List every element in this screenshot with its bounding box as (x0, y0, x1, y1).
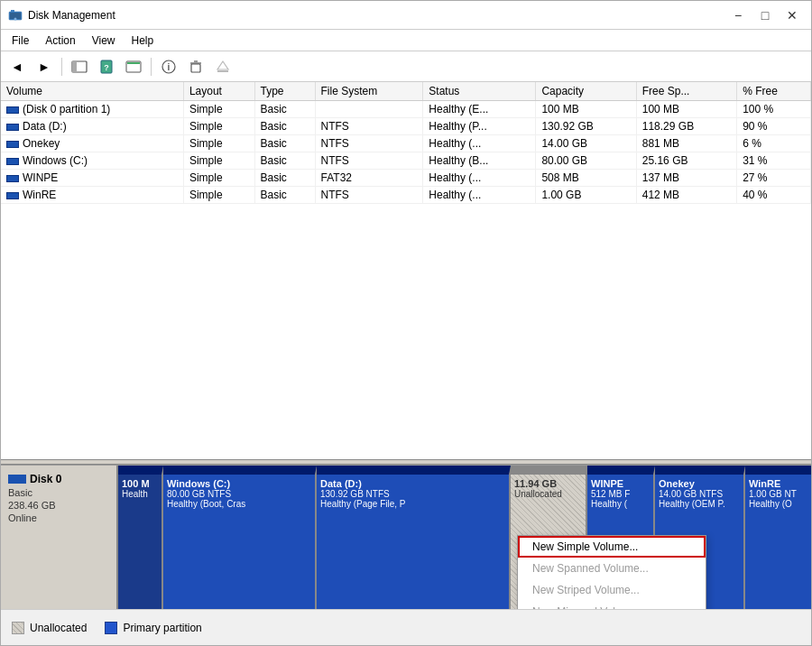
col-volume: Volume (1, 82, 183, 101)
partition-size-p1: 100 M (122, 478, 158, 489)
cell-layout: Simple (183, 118, 254, 135)
disk-type: Basic (8, 487, 109, 498)
cell-type: Basic (254, 170, 315, 187)
cell-free: 25.16 GB (636, 152, 736, 170)
cell-layout: Simple (183, 135, 254, 152)
menu-view[interactable]: View (85, 32, 123, 49)
table-row[interactable]: Windows (C:) Simple Basic NTFS Healthy (… (1, 152, 811, 170)
cell-fs: NTFS (315, 135, 423, 152)
svg-rect-5 (72, 61, 77, 72)
vol-icon (6, 175, 19, 182)
table-section: Volume Layout Type File System Status Ca… (1, 82, 811, 459)
cell-free: 100 MB (636, 101, 736, 118)
table-row[interactable]: Data (D:) Simple Basic NTFS Healthy (P..… (1, 118, 811, 135)
cell-volume: Onekey (1, 135, 183, 152)
partition-status-p2: Healthy (Boot, Cras (167, 499, 311, 509)
partition-size-p2: Windows (C:) (167, 478, 311, 489)
cell-capacity: 100 MB (536, 101, 636, 118)
partition-p1[interactable]: 100 M Health (118, 466, 163, 609)
disk-name: Disk 0 (8, 473, 109, 485)
cell-pct: 31 % (737, 152, 811, 170)
app-icon (8, 8, 23, 23)
cell-type: Basic (254, 152, 315, 170)
disk-status: Online (8, 512, 109, 523)
col-type: Type (254, 82, 315, 101)
back-button[interactable]: ◄ (5, 55, 30, 78)
svg-text:i: i (168, 62, 171, 72)
help-book-button[interactable]: ? (94, 55, 119, 78)
close-button[interactable]: ✕ (780, 5, 804, 25)
maximize-button[interactable]: □ (753, 5, 777, 25)
partition-status-p5: Healthy ( (591, 499, 650, 509)
cell-free: 881 MB (636, 135, 736, 152)
disk-icon (8, 475, 26, 484)
cell-status: Healthy (... (423, 135, 536, 152)
ctx-item-new-spanned: New Spanned Volume... (518, 558, 706, 579)
legend-primary: Primary partition (105, 622, 201, 634)
partition-p2[interactable]: Windows (C:) 80.00 GB NTFS Healthy (Boot… (163, 466, 317, 609)
partition-fs-p7: 1.00 GB NT (749, 489, 807, 499)
content-area: Volume Layout Type File System Status Ca… (1, 82, 811, 609)
vol-icon (6, 141, 19, 148)
lower-section: Disk 0 Basic 238.46 GB Online 100 M Heal… (1, 465, 811, 609)
show-hide-button[interactable] (67, 55, 92, 78)
cell-status: Healthy (B... (423, 152, 536, 170)
svg-rect-12 (191, 64, 200, 72)
svg-rect-3 (11, 10, 14, 12)
console-button[interactable] (121, 55, 146, 78)
vol-icon (6, 192, 19, 199)
window-title: Disk Management (28, 9, 115, 22)
table-row[interactable]: WinRE Simple Basic NTFS Healthy (... 1.0… (1, 187, 811, 204)
svg-rect-9 (127, 62, 140, 64)
menu-file[interactable]: File (5, 32, 36, 49)
cell-pct: 40 % (737, 187, 811, 204)
svg-marker-15 (217, 61, 228, 69)
cell-fs (315, 101, 423, 118)
properties2-button[interactable]: i (156, 55, 181, 78)
delete-button[interactable] (183, 55, 208, 78)
legend-primary-label: Primary partition (123, 622, 201, 634)
partition-p7[interactable]: WinRE 1.00 GB NT Healthy (O (745, 466, 811, 609)
cell-volume: WinRE (1, 187, 183, 204)
cell-volume: Windows (C:) (1, 152, 183, 170)
ctx-item-new-mirrored: New Mirrored Volume... (518, 601, 706, 609)
partition-status-p3: Healthy (Page File, P (320, 499, 505, 509)
table-row[interactable]: Onekey Simple Basic NTFS Healthy (... 14… (1, 135, 811, 152)
cell-capacity: 1.00 GB (536, 187, 636, 204)
cell-volume: WINPE (1, 170, 183, 187)
forward-button[interactable]: ► (32, 55, 57, 78)
partition-status-p7: Healthy (O (749, 499, 807, 509)
vol-icon (6, 124, 19, 131)
menu-bar: File Action View Help (1, 30, 811, 51)
cell-volume: Data (D:) (1, 118, 183, 135)
cell-status: Healthy (P... (423, 118, 536, 135)
partition-p3[interactable]: Data (D:) 130.92 GB NTFS Healthy (Page F… (317, 466, 511, 609)
cell-capacity: 130.92 GB (536, 118, 636, 135)
vol-icon (6, 158, 19, 165)
legend-bar: Unallocated Primary partition (1, 609, 811, 645)
cell-fs: NTFS (315, 187, 423, 204)
cell-capacity: 80.00 GB (536, 152, 636, 170)
cell-status: Healthy (... (423, 187, 536, 204)
disabled-button[interactable] (210, 55, 235, 78)
cell-pct: 90 % (737, 118, 811, 135)
partition-size-p5: WINPE (591, 478, 650, 489)
table-row[interactable]: WINPE Simple Basic FAT32 Healthy (... 50… (1, 170, 811, 187)
cell-free: 412 MB (636, 187, 736, 204)
menu-action[interactable]: Action (38, 32, 82, 49)
ctx-item-new-simple[interactable]: New Simple Volume... (518, 536, 706, 558)
disk-size: 238.46 GB (8, 500, 109, 511)
col-fs: File System (315, 82, 423, 101)
cell-fs: FAT32 (315, 170, 423, 187)
partition-size-p4: 11.94 GB (514, 478, 582, 489)
cell-layout: Simple (183, 101, 254, 118)
table-row[interactable]: (Disk 0 partition 1) Simple Basic Health… (1, 101, 811, 118)
menu-help[interactable]: Help (125, 32, 161, 49)
cell-capacity: 14.00 GB (536, 135, 636, 152)
legend-unallocated-box (12, 622, 24, 634)
partition-fs-p3: 130.92 GB NTFS (320, 489, 505, 499)
partition-fs-p6: 14.00 GB NTFS (659, 489, 740, 499)
minimize-button[interactable]: − (726, 5, 750, 25)
cell-pct: 27 % (737, 170, 811, 187)
partition-fs-p2: 80.00 GB NTFS (167, 489, 311, 499)
